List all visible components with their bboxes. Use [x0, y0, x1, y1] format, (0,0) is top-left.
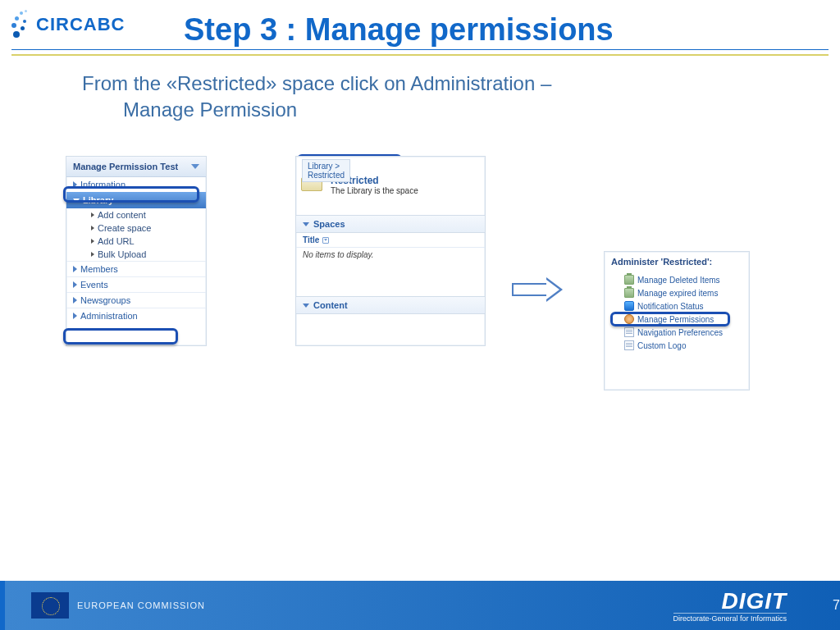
page-title: Step 3 : Manage permissions [184, 12, 614, 48]
admin-item-label: Manage expired items [637, 289, 718, 298]
chevron-down-icon [191, 164, 199, 169]
subitem-add-content[interactable]: Add content [84, 208, 206, 221]
sidebar-item-label: Add content [98, 210, 146, 220]
sidebar-panel: Manage Permission Test Information Libra… [66, 156, 207, 346]
admin-item-expired[interactable]: Manage expired items [611, 286, 742, 299]
admin-item-label: Custom Logo [637, 341, 686, 350]
arrow-right-icon [91, 226, 94, 231]
divider-gold [11, 54, 829, 56]
sidebar-item-label: Administration [80, 311, 138, 321]
chevron-down-icon [303, 222, 309, 226]
space-description: The Library is the space [331, 186, 418, 195]
subitem-create-space[interactable]: Create space [84, 221, 206, 235]
admin-item-label: Manage Deleted Items [637, 276, 720, 285]
admin-item-nav-prefs[interactable]: Navigation Preferences [611, 326, 742, 339]
arrow-right-icon [73, 266, 77, 272]
column-label: Title [303, 235, 319, 244]
arrow-right-icon [91, 239, 94, 244]
page-number: 7 [833, 598, 840, 613]
subitem-add-url[interactable]: Add URL [84, 235, 206, 248]
slide-footer: EUROPEAN COMMISSION DIGIT Directorate-Ge… [0, 581, 840, 630]
instruction-line2: Manage Permission [123, 98, 297, 121]
admin-item-permissions[interactable]: Manage Permissions [611, 313, 742, 326]
document-icon [624, 327, 634, 337]
admin-panel-title: Administer 'Restricted': [611, 257, 742, 267]
sidebar-item-label: Newsgroups [80, 295, 130, 305]
instruction-text: From the «Restricted» space click on Adm… [82, 71, 738, 124]
section-label: Content [313, 300, 348, 310]
subitem-bulk-upload[interactable]: Bulk Upload [84, 248, 206, 261]
arrow-right-icon [73, 281, 77, 288]
sidebar-item-label: Create space [98, 223, 151, 233]
section-label: Spaces [313, 219, 345, 229]
sidebar-item-events[interactable]: Events [66, 276, 206, 292]
logo-swirl-icon [11, 10, 31, 39]
users-icon [624, 314, 634, 324]
sidebar-item-members[interactable]: Members [66, 261, 206, 276]
footer-ec-label: EUROPEAN COMMISSION [77, 600, 205, 610]
eu-flag-icon [31, 592, 69, 619]
divider-blue [11, 49, 829, 50]
notification-icon [624, 301, 634, 311]
column-header-title[interactable]: Title [296, 233, 485, 248]
admin-item-deleted[interactable]: Manage Deleted Items [611, 273, 742, 286]
sidebar-header-label: Manage Permission Test [73, 162, 178, 171]
arrow-right-icon [91, 212, 94, 217]
sidebar-item-administration[interactable]: Administration [66, 308, 206, 323]
arrow-right-icon [73, 297, 77, 304]
instruction-line1: From the «Restricted» space click on Adm… [82, 72, 551, 94]
arrow-right-icon [91, 252, 94, 257]
empty-message: No items to display. [296, 248, 485, 262]
document-icon [624, 340, 634, 350]
sidebar-item-label: Library [83, 195, 113, 205]
sidebar-item-label: Information [80, 180, 126, 189]
footer-dgi-label: Directorate-General for Informatics [673, 613, 788, 623]
brand-text: CIRCABC [36, 14, 125, 35]
admin-item-notification[interactable]: Notification Status [611, 299, 742, 313]
chevron-down-icon [303, 304, 309, 308]
sidebar-item-newsgroups[interactable]: Newsgroups [66, 292, 206, 308]
sidebar-header[interactable]: Manage Permission Test [66, 157, 206, 177]
arrow-right-large-icon [512, 277, 566, 302]
sidebar-item-information[interactable]: Information [66, 177, 206, 192]
sidebar-item-label: Events [80, 280, 108, 290]
sort-icon [322, 237, 329, 244]
admin-item-label: Manage Permissions [637, 315, 714, 324]
trash-icon [624, 288, 634, 298]
footer-digit-label: DIGIT [673, 588, 788, 614]
breadcrumb[interactable]: Library > Restricted [302, 159, 350, 182]
sidebar-item-label: Members [80, 264, 118, 274]
arrow-down-icon [73, 199, 80, 203]
section-content[interactable]: Content [296, 296, 485, 314]
admin-item-custom-logo[interactable]: Custom Logo [611, 339, 742, 352]
sidebar-item-label: Bulk Upload [98, 249, 146, 259]
trash-icon [624, 275, 634, 285]
admin-item-label: Notification Status [637, 302, 704, 311]
admin-panel: Administer 'Restricted': Manage Deleted … [604, 251, 750, 390]
arrow-right-icon [73, 181, 77, 188]
section-spaces[interactable]: Spaces [296, 215, 485, 233]
arrow-right-icon [73, 313, 77, 319]
content-panel: Restricted The Library is the space Spac… [295, 156, 486, 346]
sidebar-item-library[interactable]: Library [66, 192, 206, 208]
slide-header: CIRCABC Step 3 : Manage permissions [11, 10, 829, 39]
library-submenu: Add content Create space Add URL Bulk Up… [66, 208, 206, 261]
sidebar-item-label: Add URL [98, 236, 135, 246]
footer-right: DIGIT Directorate-General for Informatic… [673, 588, 788, 623]
breadcrumb-text: Library > Restricted [308, 162, 345, 180]
admin-item-label: Navigation Preferences [637, 328, 723, 337]
